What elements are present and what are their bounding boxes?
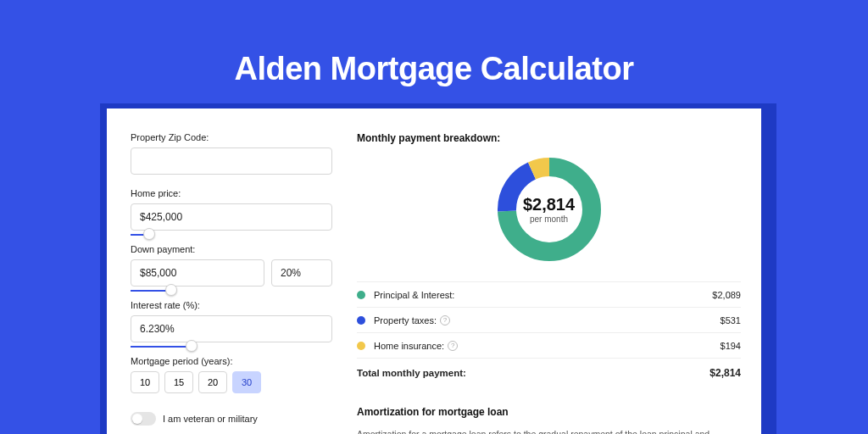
legend-value: $194 [721,341,741,351]
down-pct-input[interactable] [271,259,332,287]
info-icon[interactable]: ? [448,341,458,351]
amortization-body: Amortization for a mortgage loan refers … [357,428,741,434]
legend-label: Principal & Interest: [374,290,712,300]
total-value: $2,814 [709,367,741,379]
zip-label: Property Zip Code: [131,132,347,142]
price-field: Home price: [131,188,347,231]
price-label: Home price: [131,188,347,198]
veteran-row: I am veteran or military [131,412,347,426]
donut-wrap: $2,814 per month [357,154,741,264]
period-label: Mortgage period (years): [131,356,347,366]
period-option-30[interactable]: 30 [232,371,261,393]
legend-label: Property taxes: ? [374,315,721,326]
period-field: Mortgage period (years): 10 15 20 30 [131,356,347,393]
donut-value: $2,814 [523,195,575,214]
legend: Principal & Interest: $2,089 Property ta… [357,281,741,387]
dot-icon [357,316,365,325]
page-title: Alden Mortgage Calculator [0,0,868,87]
rate-label: Interest rate (%): [131,300,347,310]
legend-row-total: Total monthly payment: $2,814 [357,359,741,387]
breakdown-heading: Monthly payment breakdown: [357,132,741,144]
rate-field: Interest rate (%): [131,300,347,342]
legend-row-insurance: Home insurance: ? $194 [357,333,741,359]
legend-row-principal: Principal & Interest: $2,089 [357,282,741,308]
form-panel: Property Zip Code: Home price: Down paym… [107,108,347,434]
period-option-20[interactable]: 20 [198,371,227,393]
veteran-toggle[interactable] [131,412,156,426]
dot-icon [357,342,365,350]
price-input[interactable] [131,203,332,231]
amortization-heading: Amortization for mortgage loan [357,406,741,418]
rate-slider-track[interactable] [131,346,192,348]
legend-value: $531 [721,315,741,326]
veteran-label: I am veteran or military [163,414,258,424]
period-option-10[interactable]: 10 [131,371,159,393]
info-icon[interactable]: ? [440,315,450,326]
total-label: Total monthly payment: [357,368,709,378]
down-label: Down payment: [131,244,347,254]
breakdown-panel: Monthly payment breakdown: $2,814 per mo… [347,108,761,434]
legend-value: $2,089 [712,290,741,300]
legend-label: Home insurance: ? [374,341,721,351]
rate-input[interactable] [131,315,332,342]
rate-slider-thumb[interactable] [186,340,198,352]
donut-chart: $2,814 per month [494,154,604,264]
calculator-card: Property Zip Code: Home price: Down paym… [107,108,761,434]
down-field: Down payment: [131,244,347,287]
zip-input[interactable] [131,147,332,175]
amortization-section: Amortization for mortgage loan Amortizat… [357,406,741,434]
down-amount-input[interactable] [131,259,264,287]
dot-icon [357,291,365,299]
down-slider-thumb[interactable] [165,284,177,296]
legend-row-taxes: Property taxes: ? $531 [357,308,741,333]
price-slider-thumb[interactable] [143,228,155,240]
donut-sublabel: per month [530,214,568,224]
zip-field: Property Zip Code: [131,132,347,175]
period-option-15[interactable]: 15 [164,371,193,393]
